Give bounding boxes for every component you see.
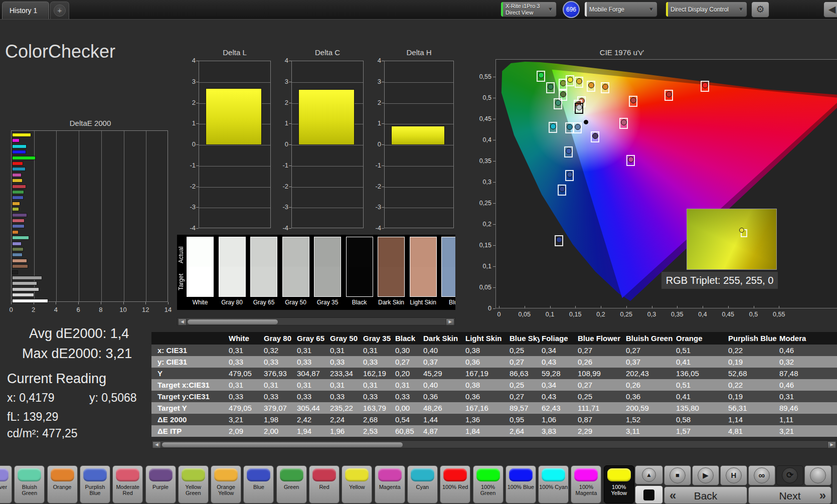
scrollbar-thumb[interactable] [161,442,403,448]
de-x-tick: 8 [96,306,106,313]
row-label: ΔE ITP [151,425,227,437]
patch-button-orange[interactable]: Orange [47,465,78,503]
cie-y-tick: 0,05 [461,284,491,291]
tick [382,187,384,187]
delta-y-tick: 2 [187,99,196,106]
scroll-left-icon[interactable]: ◀ [152,441,161,448]
scroll-right-icon[interactable]: ▶ [827,441,836,448]
patch-button-ver[interactable]: ver [0,465,12,503]
de-bar-100-green [12,156,36,160]
cell: 0,31 [361,379,393,391]
patch-label: Purplish Blue [80,484,110,496]
de-x-tick: 10 [118,306,128,313]
cie-y-tick: 0,4 [461,136,491,143]
tick [728,306,729,308]
gridline [292,166,363,166]
cie-x-tick: 0,1 [541,311,559,318]
circle-icon [810,467,826,483]
cell: 0,27 [393,356,421,368]
back-label: Back [664,487,747,504]
delta-y-tick: -2 [187,183,196,190]
swatch-actual [219,237,245,267]
tick [196,123,199,124]
play-button[interactable]: ▶ [692,465,719,485]
add-tab-button[interactable]: + [50,2,69,19]
patch-button-yellow[interactable]: Yellow [342,465,372,503]
patch-label: 100% Blue [506,484,536,490]
cell: 62,43 [540,402,576,414]
settings-button[interactable]: ⚙ [751,2,769,18]
cell: 0,34 [540,379,576,391]
column-header: Blue Sky [508,332,540,345]
patch-button-100-red[interactable]: 100% Red [440,465,470,503]
cell: 0,33 [328,356,361,368]
patch-button-magenta[interactable]: Magenta [375,465,405,503]
patch-button-100-green[interactable]: 100% Green [473,465,504,503]
avg-de2000-value: Avg dE2000: 1,4 [29,326,129,342]
tick [550,306,551,308]
cell: 0,19 [726,356,777,368]
cell: 163,79 [361,402,393,414]
cell: 1,94 [295,425,328,437]
column-header: Blue Flower [576,332,624,345]
cie-measured-point [576,104,582,110]
patch-button-moderate-red[interactable]: Moderate Red [112,465,143,503]
workflow-dropdown[interactable]: Mobile Forge ▼ [584,2,657,17]
scroll-left-icon[interactable]: ◀ [178,318,187,325]
collapse-panel-button[interactable]: ◀ [823,2,837,18]
next-button[interactable]: Next » [748,486,831,504]
pattern-size-button[interactable]: H [720,465,747,485]
de-bar-100-magenta [12,138,20,142]
strip-scrollbar[interactable]: ◀ ▶ [177,317,455,325]
delta-chart-h [384,61,454,228]
patch-button-100-yellow[interactable]: 100% Yellow [604,465,634,503]
workflow-status-stripe [585,2,587,17]
pattern-window-button[interactable] [635,485,663,504]
indicator-button[interactable] [804,465,831,485]
patch-button-bluish-green[interactable]: Bluish Green [14,465,45,503]
table-row: ΔE ITP2,092,001,941,962,5360,854,871,842… [151,425,837,437]
patch-label: ver [0,484,12,490]
pattern-up-button[interactable]: ▲ [635,465,663,484]
cell: 0,36 [463,356,508,368]
loop-button[interactable]: ∞ [748,465,775,485]
patch-button-yellow-green[interactable]: Yellow Green [178,465,209,503]
tick [289,165,291,166]
delta-chart-title: Delta C [286,48,369,57]
gridline [385,124,453,124]
patch-button-orange-yellow[interactable]: Orange Yellow [211,465,241,503]
patch-swatch [0,468,9,481]
chevron-down-icon: ▼ [548,6,553,12]
patch-button-100-magenta[interactable]: 100% Magenta [571,465,601,503]
refresh-button[interactable]: ⟳ [776,465,803,485]
patch-button-blue[interactable]: Blue [243,465,274,503]
patch-button-green[interactable]: Green [276,465,307,503]
cell: 1,84 [463,425,508,437]
table-row: x: CIE310,310,320,310,310,310,300,400,38… [151,345,837,356]
patch-button-purple[interactable]: Purple [145,465,176,503]
de-bar-gray-65 [12,287,39,291]
patch-button-red[interactable]: Red [309,465,340,503]
back-button[interactable]: « Back [664,486,747,504]
arrow-up-icon: ▲ [646,471,652,478]
patch-button-purplish-blue[interactable]: Purplish Blue [80,465,110,503]
meter-dropdown[interactable]: X-Rite i1Pro 3 Direct View ▼ [500,2,557,17]
stop-button[interactable]: ■ [664,465,691,485]
tick [56,302,56,304]
delta-y-tick: 0 [279,140,288,148]
patch-button-100-cyan[interactable]: 100% Cyan [538,465,569,503]
table-scrollbar[interactable]: ◀ ▶ [151,440,837,448]
tab-history[interactable]: History 1 [2,2,49,19]
row-label: Target x:CIE31 [151,379,227,391]
patch-button-cyan[interactable]: Cyan [407,465,438,503]
scroll-right-icon[interactable]: ▶ [446,318,454,325]
cell: 4,87 [421,425,463,437]
patch-label: Red [309,484,339,490]
scrollbar-thumb[interactable] [187,319,278,325]
patch-button-100-blue[interactable]: 100% Blue [506,465,536,503]
cell: 304,87 [295,368,328,379]
display-control-dropdown[interactable]: Direct Display Control ▼ [665,2,747,17]
swatch-label: Gray 80 [219,299,246,306]
reading-count-badge[interactable]: 696 [563,1,580,18]
de-bar-gray-80 [12,293,34,297]
